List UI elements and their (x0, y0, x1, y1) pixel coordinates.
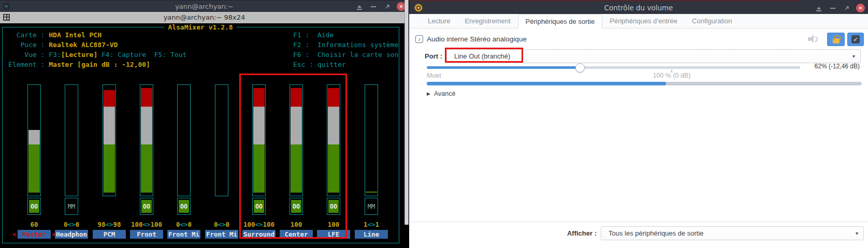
set-fallback-button[interactable]: ✓ (847, 33, 864, 46)
tab-peripheriques-de-sortie[interactable]: Périphériques de sortie (518, 14, 603, 28)
bar-segment (28, 130, 40, 144)
channel-switch[interactable]: MM (65, 198, 78, 215)
terminal-window: > yann@archyan:~ × ▾ yann@archyan:~ 98x2… (0, 0, 409, 248)
screen: > yann@archyan:~ × ▾ yann@archyan:~ 98x2… (0, 0, 868, 248)
device-name: Audio interne Stéréo analogique (427, 33, 527, 46)
terminal-titlebar[interactable]: > yann@archyan:~ × (0, 0, 409, 12)
volume-slider-fill[interactable] (427, 66, 580, 69)
channel-label-front-mi[interactable]: Front Mi (205, 230, 238, 239)
minimize-icon[interactable] (369, 2, 378, 11)
tab-peripheriques-d-entree[interactable]: Périphériques d’entrée (602, 14, 685, 28)
shade-icon[interactable] (355, 2, 364, 11)
channel-switch[interactable]: OO (27, 198, 41, 215)
scrollbar-thumb[interactable] (405, 0, 408, 225)
volume-window-title: Contrôle du volume (409, 2, 868, 14)
bar-segment (141, 107, 152, 144)
tab-enregistrement[interactable]: Enregistrement (457, 14, 517, 28)
mute-label: Muet (427, 72, 441, 79)
view-suffix: F4: Capture F5: Tout (97, 51, 186, 59)
highlight-rectangle-port (445, 48, 523, 63)
alsamixer-keys: F1 : AideF2 : Informations systèmeF6 : C… (293, 30, 399, 69)
chevron-down-icon: ▾ (852, 50, 855, 63)
channel-bar (65, 84, 78, 196)
key-esc: Esc : quitter (293, 61, 346, 68)
view-value: [Lecture] (61, 51, 97, 59)
alsamixer-screen: AlsaMixer v1.2.8 Carte : HDA Intel PCH P… (0, 23, 409, 248)
item-value: Master [gain dB : -12,00] (49, 61, 150, 68)
volume-value-label: 62% (-12,46 dB) (815, 63, 860, 70)
chevron-down-icon: ▾ (856, 227, 858, 240)
channel-bar (27, 84, 41, 196)
terminal-tab-title[interactable]: yann@archyan:~ 98x24 (0, 12, 409, 23)
level-meter-fill (427, 82, 666, 85)
show-dropdown[interactable]: Tous les périphériques de sortie ▾ (601, 226, 864, 240)
tabs-bar: LectureEnregistrementPériphériques de so… (409, 14, 868, 28)
channel-label-front-mi[interactable]: Front Mi (167, 230, 200, 239)
shade-icon[interactable] (814, 4, 823, 13)
terminal-scrollbar[interactable] (404, 0, 409, 225)
switch-on-label: OO (29, 200, 39, 213)
volume-titlebar[interactable]: Contrôle du volume × (409, 0, 868, 14)
terminal-window-title: yann@archyan:~ (0, 1, 409, 12)
check-icon: ✓ (851, 35, 860, 43)
channel-value: 98<>98 (89, 221, 130, 228)
channel-value: 0<>0 (201, 221, 242, 228)
footer-separator (409, 222, 868, 222)
channel-label-line[interactable]: Line (355, 230, 388, 239)
channel-value: 0<>0 (51, 221, 92, 228)
channel-label-front[interactable]: Front (130, 230, 163, 239)
switch-on-label: OO (179, 200, 189, 213)
bar-segment (104, 90, 115, 107)
lock-channels-button[interactable] (827, 33, 845, 46)
reference-label: 100 % (0 dB) (641, 72, 703, 79)
bar-segment (28, 144, 40, 193)
volume-control-window: Contrôle du volume × LectureEnregistreme… (409, 0, 868, 248)
restore-icon[interactable] (383, 2, 392, 11)
view-label: Vue : (8, 51, 49, 59)
level-meter (427, 82, 862, 85)
lock-icon (833, 38, 840, 43)
channel-label-headphon[interactable]: Headphon (55, 230, 88, 239)
expander-triangle-icon: ▶ (427, 91, 430, 96)
restore-icon[interactable] (842, 4, 851, 13)
audio-device-icon: ♪ (415, 35, 423, 43)
channel-switch[interactable]: MM (365, 198, 378, 215)
mute-speaker-icon[interactable] (808, 35, 818, 43)
channel-label-pcm[interactable]: PCM (93, 230, 126, 239)
alsamixer-info: Carte : HDA Intel PCH Puce : Realtek ALC… (8, 30, 186, 69)
tab-configuration[interactable]: Configuration (685, 14, 739, 28)
channel-switch[interactable]: OO (140, 198, 153, 215)
bar-segment (104, 144, 115, 193)
show-value: Tous les périphériques de sortie (609, 227, 704, 240)
minimize-icon[interactable] (828, 4, 837, 13)
item-label: Élement : (8, 61, 49, 68)
show-label: Afficher : (545, 226, 597, 240)
bar-segment (141, 144, 152, 193)
channel-switch[interactable]: OO (177, 198, 191, 215)
card-value: HDA Intel PCH (49, 31, 102, 39)
view-prefix: F3: (49, 51, 61, 59)
channel-bar (365, 84, 378, 196)
selected-arrow-left: < (12, 230, 17, 239)
switch-on-label: OO (141, 200, 152, 213)
bar-segment (366, 192, 377, 193)
highlight-rectangle-channels (239, 74, 347, 239)
channel-value: 0<>0 (163, 221, 205, 228)
chip-label: Puce : (8, 41, 49, 49)
volume-slider-trough[interactable] (577, 66, 800, 69)
key-f2: F2 : Informations système (293, 41, 399, 49)
port-label: Port : (419, 50, 442, 63)
advanced-expander[interactable]: ▶ Avancé (427, 89, 455, 98)
key-f6: F6 : Choisir la carte son (293, 51, 399, 59)
close-icon[interactable]: × (856, 4, 865, 12)
volume-slider-handle[interactable] (575, 63, 585, 72)
channel-bar (177, 84, 191, 196)
card-label: Carte : (8, 31, 49, 39)
bar-segment (141, 88, 152, 107)
channel-label-master[interactable]: Master (18, 230, 51, 239)
advanced-label: Avancé (434, 90, 455, 97)
channel-value: 60 (13, 221, 55, 228)
channel-bar (140, 84, 153, 196)
switch-muted-label: MM (365, 200, 378, 213)
tab-lecture[interactable]: Lecture (421, 14, 457, 28)
